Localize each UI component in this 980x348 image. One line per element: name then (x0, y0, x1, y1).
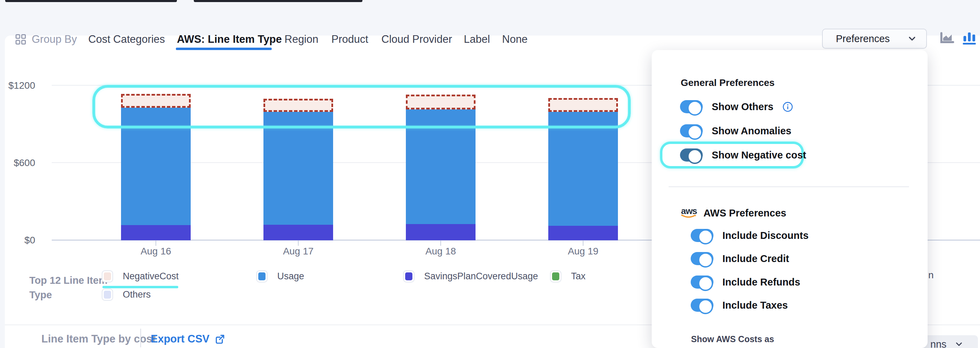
cost-dashboard: { "toolbar": { "group_by_label": "Group … (0, 0, 980, 348)
legend-item-others[interactable]: Others (102, 289, 151, 301)
x-axis-tick (156, 241, 156, 246)
tab-aws-line-item-type[interactable]: AWS: Line Item Type (177, 33, 282, 46)
info-icon[interactable] (783, 102, 793, 112)
legend-item-negativecost[interactable]: NegativeCost (102, 270, 179, 283)
savingsplan-swatch (403, 270, 414, 283)
show-others-toggle[interactable] (680, 100, 703, 113)
y-axis-label: $1200 (0, 80, 35, 91)
legend-item-clipped-by-panel: n (928, 270, 934, 281)
include-taxes-row: Include Taxes (691, 299, 788, 312)
show-aws-costs-as-label: Show AWS Costs as (691, 334, 774, 344)
tab-region[interactable]: Region (285, 33, 318, 46)
chart-type-toggle (939, 31, 977, 45)
include-refunds-label: Include Refunds (722, 276, 800, 288)
bar-segment-usage[interactable] (263, 112, 333, 225)
grid-icon (14, 33, 27, 46)
group-by-label-block: Group By (14, 33, 77, 46)
x-axis-label: Aug 19 (548, 246, 618, 257)
group-by-label: Group By (32, 33, 77, 46)
y-axis-label: $0 (0, 235, 35, 246)
legend-item-label: NegativeCost (123, 271, 179, 282)
bar-segment-savingsplancoveredusage[interactable] (263, 225, 333, 240)
include-discounts-row: Include Discounts (691, 229, 809, 242)
legend-item-usage[interactable]: Usage (256, 270, 304, 283)
legend-highlight-underline (102, 286, 178, 288)
bottom-section-title: Line Item Type by cost (41, 333, 156, 345)
top-clipped-strip-right (194, 0, 363, 2)
negativecost-swatch (102, 270, 113, 283)
x-axis-label: Aug 17 (263, 246, 333, 257)
tab-none[interactable]: None (502, 33, 528, 46)
chevron-down-icon (954, 339, 964, 348)
x-axis-tick (440, 241, 441, 246)
include-taxes-label: Include Taxes (722, 300, 788, 311)
legend-item-tax[interactable]: Tax (550, 270, 585, 283)
include-credit-row: Include Credit (691, 252, 789, 265)
legend-item-label: Tax (571, 271, 585, 282)
bar-chart-icon-selected[interactable] (961, 31, 977, 45)
aws-preferences-header-row: aws AWS Preferences (681, 205, 786, 221)
legend-item-savingsplancoveredusage[interactable]: SavingsPlanCoveredUsage (403, 270, 538, 283)
include-credit-toggle[interactable] (691, 252, 713, 265)
x-axis-label: Aug 18 (406, 246, 476, 257)
include-credit-label: Include Credit (722, 253, 789, 265)
bar-segment-savingsplancoveredusage[interactable] (548, 226, 618, 240)
external-link-icon (215, 334, 226, 345)
show-anomalies-row: Show Anomalies (680, 124, 791, 137)
tab-label[interactable]: Label (464, 33, 490, 46)
columns-button-label: nns (930, 339, 947, 348)
active-tab-underline (176, 48, 272, 50)
negative-cost-highlight-outline (92, 85, 631, 128)
bar-segment-usage[interactable] (548, 112, 618, 226)
aws-logo-icon: aws (681, 208, 697, 219)
export-csv-label: Export CSV (151, 333, 210, 345)
others-swatch (102, 289, 113, 301)
bar-segment-savingsplancoveredusage[interactable] (121, 225, 191, 240)
show-others-label: Show Others (712, 101, 773, 113)
bar-segment-savingsplancoveredusage[interactable] (406, 224, 476, 240)
show-negative-cost-row: Show Negative cost (680, 148, 806, 161)
show-others-row: Show Others (680, 100, 793, 113)
y-axis-label: $600 (0, 157, 35, 168)
include-discounts-label: Include Discounts (722, 230, 809, 241)
legend-item-label: Others (123, 289, 151, 300)
include-refunds-row: Include Refunds (691, 276, 800, 289)
aws-preferences-header: AWS Preferences (703, 208, 786, 219)
tab-product[interactable]: Product (331, 33, 368, 46)
include-refunds-toggle[interactable] (691, 276, 713, 289)
tax-swatch (550, 270, 562, 283)
show-negative-cost-label: Show Negative cost (712, 150, 806, 161)
tab-cost-categories[interactable]: Cost Categories (88, 33, 165, 46)
general-preferences-header: General Preferences (681, 77, 775, 88)
export-csv-link[interactable]: Export CSV (151, 333, 226, 345)
usage-swatch (256, 270, 267, 283)
x-axis-tick (298, 241, 299, 246)
vertical-divider (140, 329, 141, 347)
legend-item-label: Usage (277, 271, 304, 282)
legend-item-label: SavingsPlanCoveredUsage (424, 271, 538, 282)
x-axis-tick (583, 241, 584, 246)
top-clipped-strip-left (5, 0, 177, 2)
panel-divider (669, 187, 909, 187)
include-taxes-toggle[interactable] (691, 299, 713, 312)
legend-title: Top 12 Line Item Type (29, 273, 108, 302)
tab-cloud-provider[interactable]: Cloud Provider (381, 33, 452, 46)
show-anomalies-label: Show Anomalies (712, 125, 791, 137)
area-chart-icon[interactable] (939, 31, 955, 45)
include-discounts-toggle[interactable] (691, 229, 713, 242)
show-negative-cost-toggle[interactable] (680, 148, 703, 161)
chevron-down-icon (907, 34, 917, 44)
preferences-button-label: Preferences (836, 33, 890, 45)
x-axis-label: Aug 16 (121, 246, 191, 257)
preferences-button[interactable]: Preferences (822, 29, 927, 49)
show-anomalies-toggle[interactable] (680, 124, 703, 137)
